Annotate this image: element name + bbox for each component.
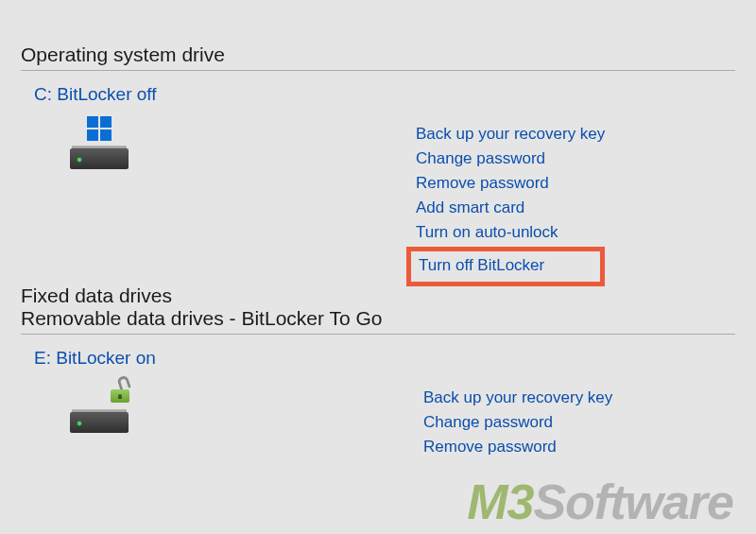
drive-e-icon-col [70, 386, 157, 459]
remove-password-link[interactable]: Remove password [416, 171, 605, 196]
remove-password-link-e[interactable]: Remove password [423, 435, 612, 459]
unlock-icon [110, 378, 130, 403]
watermark-prefix: M3 [467, 474, 533, 529]
drive-e-body: Back up your recovery key Change passwor… [21, 386, 735, 459]
section-removable-drives-title: Removable data drives - BitLocker To Go [21, 307, 735, 335]
drive-c-icon-col [70, 122, 157, 286]
section-os-drive-title: Operating system drive [21, 43, 735, 71]
backup-recovery-key-link[interactable]: Back up your recovery key [416, 122, 605, 146]
drive-c-body: Back up your recovery key Change passwor… [21, 122, 735, 286]
drive-e-icon [70, 386, 129, 433]
drive-e-title[interactable]: E: BitLocker on [34, 348, 735, 369]
drive-c-actions: Back up your recovery key Change passwor… [416, 122, 605, 286]
drive-c-title[interactable]: C: BitLocker off [34, 84, 735, 105]
drive-e-actions: Back up your recovery key Change passwor… [423, 386, 612, 459]
change-password-link-e[interactable]: Change password [423, 410, 612, 435]
turn-on-auto-unlock-link[interactable]: Turn on auto-unlock [416, 220, 605, 245]
backup-recovery-key-link-e[interactable]: Back up your recovery key [423, 386, 612, 410]
watermark: M3Software [467, 474, 733, 530]
add-smart-card-link[interactable]: Add smart card [416, 196, 605, 220]
windows-logo-icon [87, 116, 112, 141]
turn-off-bitlocker-link[interactable]: Turn off BitLocker [419, 256, 544, 274]
drive-c-icon [70, 122, 129, 169]
section-fixed-drives-title: Fixed data drives [21, 279, 735, 311]
watermark-suffix: Software [533, 474, 733, 529]
change-password-link[interactable]: Change password [416, 146, 605, 171]
